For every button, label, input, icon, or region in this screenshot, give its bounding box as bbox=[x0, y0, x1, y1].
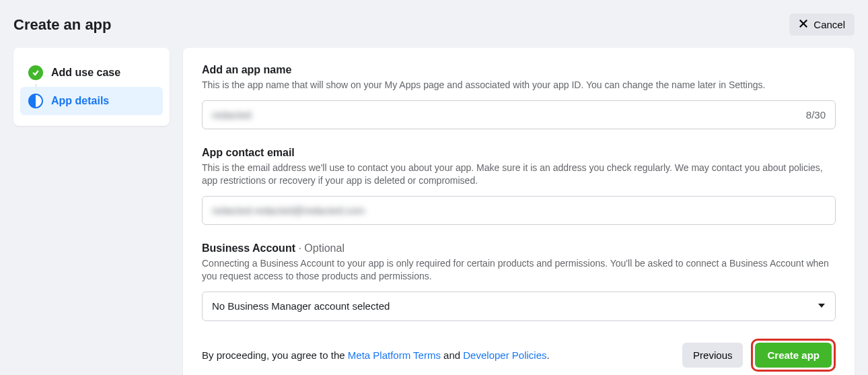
desc-app-name: This is the app name that will show on y… bbox=[202, 79, 836, 92]
char-count: 8/30 bbox=[806, 109, 826, 121]
label-app-name: Add an app name bbox=[202, 64, 836, 76]
label-business-account: Business Account · Optional bbox=[202, 242, 836, 254]
cancel-button[interactable]: Cancel bbox=[789, 13, 855, 36]
optional-tag: · Optional bbox=[295, 242, 345, 254]
check-circle-icon bbox=[28, 65, 43, 80]
page-title: Create an app bbox=[13, 16, 112, 34]
label-text: Business Account bbox=[202, 242, 295, 254]
label-contact-email: App contact email bbox=[202, 147, 836, 159]
consent-text: By proceeding, you agree to the Meta Pla… bbox=[202, 349, 550, 361]
consent-suffix: . bbox=[547, 349, 550, 361]
contact-email-input-wrapper[interactable]: redacted.redacted@redacted.com bbox=[202, 196, 836, 225]
field-business-account: Business Account · Optional Connecting a… bbox=[202, 242, 836, 321]
select-value: No Business Manager account selected bbox=[212, 300, 390, 312]
close-icon bbox=[799, 19, 808, 30]
svg-marker-2 bbox=[818, 304, 825, 308]
step-add-use-case[interactable]: Add use case bbox=[20, 59, 163, 87]
link-platform-terms[interactable]: Meta Platform Terms bbox=[348, 349, 441, 361]
app-name-input[interactable]: redacted bbox=[212, 109, 806, 121]
half-circle-icon bbox=[28, 94, 43, 108]
business-account-select[interactable]: No Business Manager account selected bbox=[202, 292, 836, 321]
desc-business-account: Connecting a Business Account to your ap… bbox=[202, 257, 836, 283]
cancel-label: Cancel bbox=[813, 19, 845, 30]
app-details-panel: Add an app name This is the app name tha… bbox=[183, 48, 855, 375]
contact-email-input[interactable]: redacted.redacted@redacted.com bbox=[212, 205, 826, 216]
desc-contact-email: This is the email address we'll use to c… bbox=[202, 162, 836, 188]
app-name-input-wrapper[interactable]: redacted 8/30 bbox=[202, 100, 836, 129]
field-contact-email: App contact email This is the email addr… bbox=[202, 147, 836, 225]
consent-prefix: By proceeding, you agree to the bbox=[202, 349, 348, 361]
step-app-details[interactable]: App details bbox=[20, 87, 163, 115]
step-label: App details bbox=[51, 95, 109, 107]
previous-button[interactable]: Previous bbox=[682, 343, 743, 368]
create-highlight: Create app bbox=[751, 339, 836, 372]
step-label: Add use case bbox=[51, 67, 120, 79]
wizard-sidebar: Add use case App details bbox=[13, 48, 170, 126]
link-developer-policies[interactable]: Developer Policies bbox=[463, 349, 546, 361]
chevron-down-icon bbox=[818, 300, 826, 312]
field-app-name: Add an app name This is the app name tha… bbox=[202, 64, 836, 129]
consent-mid: and bbox=[441, 349, 463, 361]
create-app-button[interactable]: Create app bbox=[755, 343, 832, 368]
